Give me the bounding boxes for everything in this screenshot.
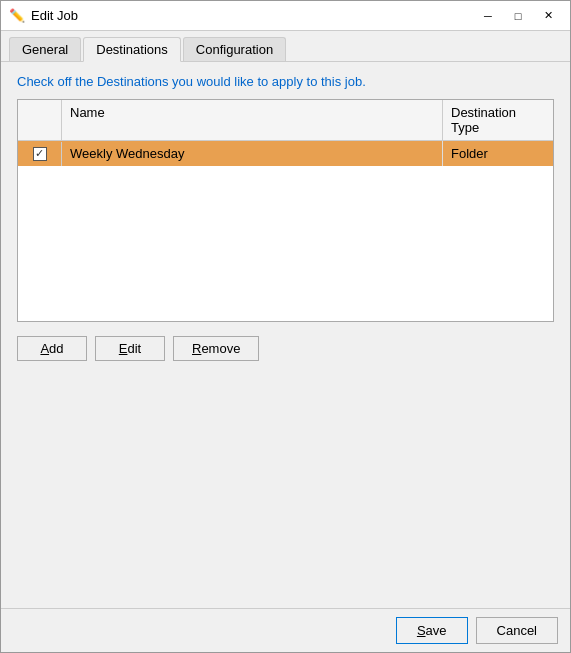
tab-configuration[interactable]: Configuration — [183, 37, 286, 61]
table-row[interactable]: Weekly Wednesday Folder — [18, 141, 553, 166]
edit-job-icon: ✏️ — [9, 8, 25, 24]
minimize-button[interactable]: ─ — [474, 5, 502, 27]
cancel-button[interactable]: Cancel — [476, 617, 558, 644]
remove-label: Remove — [192, 341, 240, 356]
add-label: Add — [40, 341, 63, 356]
add-button[interactable]: Add — [17, 336, 87, 361]
tab-general[interactable]: General — [9, 37, 81, 61]
spacer — [17, 375, 554, 596]
tab-destinations[interactable]: Destinations — [83, 37, 181, 62]
row-check-cell — [18, 142, 62, 166]
header-check-col — [18, 100, 62, 140]
edit-button[interactable]: Edit — [95, 336, 165, 361]
tab-bar: General Destinations Configuration — [1, 31, 570, 62]
save-label: Save — [417, 623, 447, 638]
header-name-col: Name — [62, 100, 443, 140]
destinations-table: Name Destination Type Weekly Wednesday F… — [17, 99, 554, 322]
edit-label: Edit — [119, 341, 141, 356]
main-content: Check off the Destinations you would lik… — [1, 62, 570, 608]
row-dest-type-cell: Folder — [443, 141, 553, 166]
title-bar: ✏️ Edit Job ─ □ ✕ — [1, 1, 570, 31]
save-button[interactable]: Save — [396, 617, 468, 644]
cancel-label: Cancel — [497, 623, 537, 638]
title-bar-left: ✏️ Edit Job — [9, 8, 78, 24]
maximize-button[interactable]: □ — [504, 5, 532, 27]
window-title: Edit Job — [31, 8, 78, 23]
instruction-text: Check off the Destinations you would lik… — [17, 74, 554, 89]
close-button[interactable]: ✕ — [534, 5, 562, 27]
row-checkbox[interactable] — [33, 147, 47, 161]
action-buttons: Add Edit Remove — [17, 332, 554, 365]
remove-button[interactable]: Remove — [173, 336, 259, 361]
title-bar-controls: ─ □ ✕ — [474, 5, 562, 27]
edit-job-window: ✏️ Edit Job ─ □ ✕ General Destinations C… — [0, 0, 571, 653]
table-header: Name Destination Type — [18, 100, 553, 141]
row-name-cell: Weekly Wednesday — [62, 141, 443, 166]
header-dest-type-col: Destination Type — [443, 100, 553, 140]
footer: Save Cancel — [1, 608, 570, 652]
